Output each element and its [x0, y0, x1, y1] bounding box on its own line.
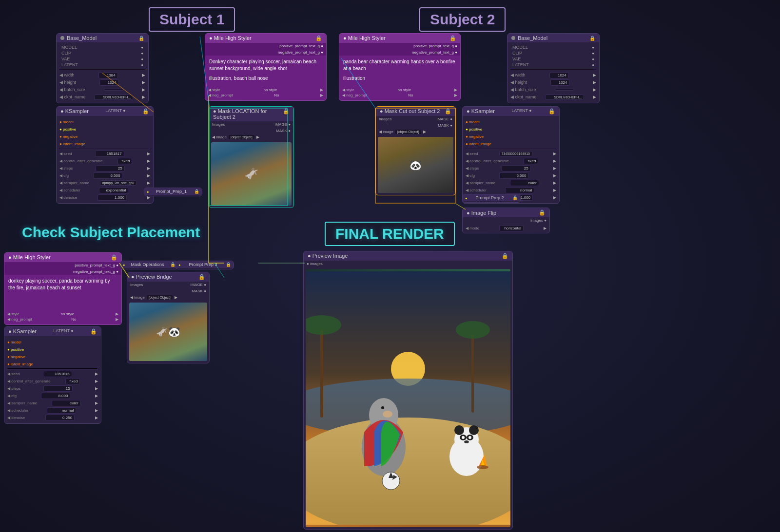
svg-point-24	[381, 406, 384, 409]
base-model-2-header: Base_Model 🔒	[507, 34, 599, 42]
ksampler-1-header: ● KSampler LATENT ● 🔒	[57, 107, 153, 116]
cag-1: ◀ control_after_generate fixed▶	[59, 157, 150, 164]
base-model-1-header: Base_Model 🔒	[57, 34, 148, 42]
mask-operations-header: ● Mask Operations 🔒	[120, 261, 178, 268]
check-subject-placement-label: Check Subject Placement	[22, 224, 200, 241]
width-row: ◀ width 1384 ▶	[59, 72, 145, 78]
sampler-2: ◀ sampler_name euler▶	[466, 179, 556, 186]
cfg-2: ◀ cfg 6.500▶	[466, 172, 556, 179]
ckptname-row: ◀ ckpt_name SDXL\v10HEPH... ▶	[59, 94, 145, 100]
ksampler-3-body: ● model ● positive ● negative ● latent_i…	[4, 336, 101, 423]
latent-row: LATENT●	[59, 62, 145, 68]
panda-image-1: 🐼	[378, 137, 453, 193]
preview-bridge-header: ● Preview Bridge 🔒	[127, 272, 209, 282]
mask-cutout-node: ● Mask Cut out Subject 2 🔒 ImagesIMAGE ●…	[375, 106, 456, 195]
preview-bridge-node: ● Preview Bridge 🔒 ImagesIMAGE ● MASK ● …	[127, 272, 210, 363]
ksampler-2-node: ● KSampler LATENT ● 🔒 ● model ● positive…	[462, 106, 560, 204]
width-row-2: ◀ width 1024 ▶	[510, 72, 596, 78]
mile-high-styler-3-header: ● Mile High Styler 🔒	[4, 253, 121, 262]
prompt-text-3: donkey playing soccer, panda bear warmin…	[4, 275, 121, 294]
clip-row: CLIP●	[59, 50, 145, 56]
svg-point-19	[456, 321, 490, 339]
svg-point-33	[468, 436, 471, 439]
height-row-2: ◀ height 1024 ▶	[510, 79, 596, 86]
seed-2: ◀ seed 734500006168910▶	[466, 150, 556, 157]
cag-3: ◀ control_after_generate fixed▶	[7, 378, 98, 384]
svg-rect-18	[471, 335, 474, 413]
base-model-2-body: MODEL● CLIP● VAE● LATENT● ◀ width 1024 ▶…	[507, 42, 599, 103]
prompt-text-1: Donkey character playing soccer, jamaica…	[205, 56, 326, 75]
mask-cutout-header: ● Mask Cut out Subject 2 🔒	[376, 107, 455, 116]
scheduler-3: ◀ scheduler normal▶	[7, 407, 98, 414]
svg-point-34	[464, 440, 469, 443]
cfg-3: ◀ cfg 8.000▶	[7, 392, 98, 399]
preview-image-header: ● Preview Image 🔒	[304, 251, 512, 261]
mask-location-header: ● Mask LOCATION for Subject 2 🔒	[209, 107, 293, 121]
svg-point-32	[462, 436, 465, 439]
steps-1: ◀ steps 25▶	[59, 165, 150, 171]
negative-connector-2: negative_prompt_text_g ●	[412, 50, 457, 55]
prompt-text-1b: illustration, beach ball nose	[205, 75, 326, 85]
prompt-prep-3-header: ● Prompt Prep 3 🔒	[176, 261, 234, 268]
svg-rect-16	[320, 330, 323, 418]
prompt-prep-1-node: ● Prompt_Prep_1 🔒	[144, 188, 202, 196]
cfg-1: ◀ cfg 6.500▶	[59, 172, 150, 179]
positive-connector-3: positive_prompt_text_g ●	[75, 263, 118, 267]
donkey-image-1: 🫏	[211, 142, 292, 206]
negative-connector-3: negative_prompt_text_g ●	[73, 269, 118, 274]
base-model-2-node: Base_Model 🔒 MODEL● CLIP● VAE● LATENT● ◀…	[507, 33, 600, 103]
final-render-image	[306, 269, 510, 527]
mile-high-styler-2-header: ● Mile High Styler 🔒	[339, 34, 460, 43]
mask-operations-node: ● Mask Operations 🔒	[120, 261, 178, 269]
base-model-1-body: MODEL● CLIP● VAE● LATENT● ◀ width 1384 ▶…	[57, 42, 148, 103]
positive-connector-1: positive_prompt_text_g ●	[279, 44, 323, 48]
ksampler-3-node: ● KSampler LATENT ● 🔒 ● model ● positive…	[4, 326, 101, 424]
svg-point-15	[306, 418, 510, 525]
final-render-svg	[306, 271, 510, 525]
seed-3: ◀ seed 1851816▶	[7, 370, 98, 377]
final-render-label: FINAL RENDER	[325, 222, 455, 246]
vae-row: VAE●	[59, 56, 145, 62]
steps-3: ◀ steps 15▶	[7, 385, 98, 392]
subject2-label: Subject 2	[419, 7, 506, 32]
base-model-1-node: Base_Model 🔒 MODEL● CLIP● VAE● LATENT● ◀…	[56, 33, 149, 103]
image-flip-mode: ◀ mode horizontal ▶	[463, 224, 549, 232]
lock-icon-2: 🔒	[589, 36, 595, 41]
prompt-prep-2-header: ● Prompt Prep 2 🔒	[463, 194, 520, 201]
svg-point-29	[469, 425, 479, 435]
prompt-text-2: panda bear character warming hands over …	[339, 56, 460, 75]
mile-high-styler-1-node: ● Mile High Styler 🔒 positive_prompt_tex…	[205, 33, 327, 101]
sampler-3: ◀ sampler_name euler▶	[7, 399, 98, 406]
denoise-3: ◀ denoise 0.250▶	[7, 414, 98, 421]
cag-2: ◀ control_after_generate fixed▶	[466, 157, 556, 164]
subject1-label: Subject 1	[149, 7, 235, 32]
prompt-prep-3-node: ● Prompt Prep 3 🔒	[176, 261, 234, 269]
image-flip-header: ● Image Flip 🔒	[463, 208, 549, 217]
vae-row-2: VAE●	[510, 56, 596, 62]
prompt-footer-3: ◀ style no style ▶ ◀ neg_prompt No ▶	[4, 309, 121, 324]
preview-image-node: ● Preview Image 🔒 ● images	[303, 251, 513, 530]
prompt-footer-1: ◀ style no style ▶ ◀ neg_prompt No ▶	[205, 85, 326, 100]
negative-connector-1: negative_prompt_text_g ●	[278, 50, 323, 55]
prompt-text-2b: illustration	[339, 75, 460, 85]
image-flip-node: ● Image Flip 🔒 images ● ◀ mode horizonta…	[462, 208, 550, 233]
model-row-2: MODEL●	[510, 44, 596, 50]
svg-point-23	[383, 411, 392, 418]
preview-bridge-image: 🫏🐼	[129, 303, 207, 361]
sampler-1: ◀ sampler_name dpmpp_2m_sde_gpu▶	[59, 179, 150, 186]
height-row: ◀ height 1024 ▶	[59, 79, 145, 86]
prompt-prep-2-node: ● Prompt Prep 2 🔒	[462, 194, 521, 203]
ckptname-row-2: ◀ ckpt_name SDXL\v10HEPH... ▶	[510, 94, 596, 100]
ksampler-2-header: ● KSampler LATENT ● 🔒	[463, 107, 559, 116]
prompt-footer-2: ◀ style no style ▶ ◀ neg_prompt No ▶	[339, 85, 460, 100]
denoise-1: ◀ denoise 1.000▶	[59, 194, 150, 201]
mile-high-styler-1-header: ● Mile High Styler 🔒	[205, 34, 326, 43]
mile-high-styler-3-node: ● Mile High Styler 🔒 positive_prompt_tex…	[4, 252, 122, 325]
steps-2: ◀ steps 25▶	[466, 165, 556, 171]
mask-location-node: ● Mask LOCATION for Subject 2 🔒 ImagesIM…	[209, 106, 294, 208]
batchsize-row: ◀ batch_size ▶	[59, 86, 145, 93]
ksampler-3-header: ● KSampler LATENT ● 🔒	[4, 327, 101, 336]
latent-row-2: LATENT●	[510, 62, 596, 68]
svg-point-38	[477, 465, 488, 469]
ksampler-2-body: ● model ● positive ● negative ● latent_i…	[463, 116, 559, 203]
